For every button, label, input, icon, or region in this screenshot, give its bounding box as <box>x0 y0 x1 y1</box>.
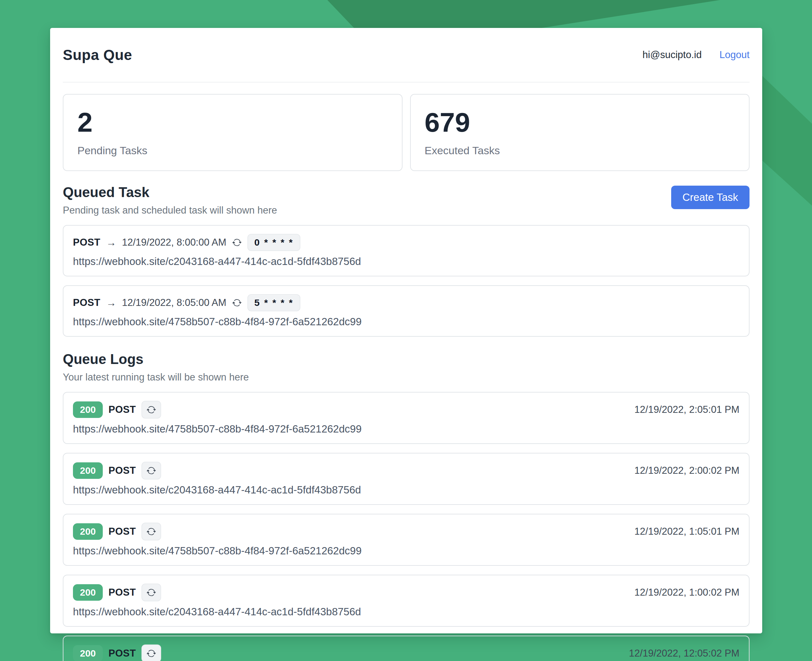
queued-task-heading-block: Queued Task Pending task and scheduled t… <box>63 184 277 216</box>
repeat-chip <box>142 462 161 479</box>
header-right: hi@sucipto.id Logout <box>643 49 750 61</box>
queue-logs-heading-block: Queue Logs Your latest running task will… <box>63 351 249 383</box>
cron-badge: 5 * * * * <box>247 294 301 311</box>
http-method: POST <box>108 526 136 537</box>
queued-task-meta: POST → 12/19/2022, 8:00:00 AM 0 * * * * <box>73 234 739 251</box>
queued-task-title: Queued Task <box>63 184 277 200</box>
status-badge: 200 <box>73 523 103 540</box>
log-row[interactable]: 200 POST 12/19/2022, 2:05:01 PM https://… <box>63 392 750 444</box>
status-badge: 200 <box>73 462 103 479</box>
status-badge: 200 <box>73 645 103 661</box>
stat-card-executed: 679 Executed Tasks <box>410 94 750 171</box>
app-header: Supa Que hi@sucipto.id Logout <box>63 28 750 83</box>
queue-logs-title: Queue Logs <box>63 351 249 367</box>
log-meta: 200 POST 12/19/2022, 2:00:02 PM <box>73 462 739 479</box>
executed-count: 679 <box>425 107 735 137</box>
repeat-chip <box>142 401 161 418</box>
repeat-icon <box>146 527 156 536</box>
http-method: POST <box>108 404 136 415</box>
http-method: POST <box>108 465 136 476</box>
pending-label: Pending Tasks <box>77 144 388 157</box>
executed-timestamp: 12/19/2022, 1:00:02 PM <box>634 587 739 598</box>
queue-log-list: 200 POST 12/19/2022, 2:05:01 PM https://… <box>63 392 750 661</box>
log-url: https://webhook.site/4758b507-c88b-4f84-… <box>73 545 739 557</box>
queued-task-header: Queued Task Pending task and scheduled t… <box>63 184 750 216</box>
log-row[interactable]: 200 POST 12/19/2022, 1:05:01 PM https://… <box>63 514 750 566</box>
arrow-right-icon: → <box>106 237 116 249</box>
task-url: https://webhook.site/c2043168-a447-414c-… <box>73 255 739 268</box>
log-meta: 200 POST 12/19/2022, 1:05:01 PM <box>73 523 739 540</box>
repeat-icon <box>146 648 156 658</box>
create-task-button[interactable]: Create Task <box>671 186 750 209</box>
queued-task-row[interactable]: POST → 12/19/2022, 8:05:00 AM 5 * * * * … <box>63 285 750 337</box>
repeat-chip <box>142 645 161 661</box>
cron-badge: 0 * * * * <box>247 234 301 251</box>
http-method: POST <box>73 237 100 248</box>
app-card: Supa Que hi@sucipto.id Logout 2 Pending … <box>50 28 762 633</box>
http-method: POST <box>108 587 136 598</box>
scheduled-datetime: 12/19/2022, 8:00:00 AM <box>122 237 226 248</box>
queued-task-meta: POST → 12/19/2022, 8:05:00 AM 5 * * * * <box>73 294 739 311</box>
executed-timestamp: 12/19/2022, 2:05:01 PM <box>634 404 739 415</box>
scheduled-datetime: 12/19/2022, 8:05:00 AM <box>122 297 226 308</box>
queued-task-subtitle: Pending task and scheduled task will sho… <box>63 205 277 216</box>
log-row[interactable]: 200 POST 12/19/2022, 1:00:02 PM https://… <box>63 575 750 627</box>
queue-logs-subtitle: Your latest running task will be shown h… <box>63 372 249 383</box>
http-method: POST <box>108 648 136 659</box>
repeat-chip <box>142 584 161 601</box>
queued-task-row[interactable]: POST → 12/19/2022, 8:00:00 AM 0 * * * * … <box>63 225 750 276</box>
queued-task-list: POST → 12/19/2022, 8:00:00 AM 0 * * * * … <box>63 225 750 337</box>
logout-link[interactable]: Logout <box>720 49 750 61</box>
pending-count: 2 <box>77 107 388 137</box>
executed-label: Executed Tasks <box>425 144 735 157</box>
app-title: Supa Que <box>63 46 132 64</box>
log-meta: 200 POST 12/19/2022, 2:05:01 PM <box>73 401 739 418</box>
repeat-icon <box>146 405 156 414</box>
repeat-icon <box>146 588 156 597</box>
log-meta: 200 POST 12/19/2022, 12:05:02 PM <box>73 645 739 661</box>
repeat-icon <box>232 298 242 308</box>
executed-timestamp: 12/19/2022, 1:05:01 PM <box>634 526 739 537</box>
log-url: https://webhook.site/c2043168-a447-414c-… <box>73 606 739 618</box>
queue-logs-header: Queue Logs Your latest running task will… <box>63 351 750 383</box>
stat-card-pending: 2 Pending Tasks <box>63 94 403 171</box>
status-badge: 200 <box>73 401 103 418</box>
stats-row: 2 Pending Tasks 679 Executed Tasks <box>63 94 750 171</box>
http-method: POST <box>73 297 100 308</box>
log-row[interactable]: 200 POST 12/19/2022, 2:00:02 PM https://… <box>63 453 750 505</box>
repeat-icon <box>232 238 242 247</box>
log-row[interactable]: 200 POST 12/19/2022, 12:05:02 PM https:/… <box>63 635 750 661</box>
executed-timestamp: 12/19/2022, 2:00:02 PM <box>634 465 739 476</box>
task-url: https://webhook.site/4758b507-c88b-4f84-… <box>73 316 739 328</box>
log-url: https://webhook.site/c2043168-a447-414c-… <box>73 484 739 496</box>
arrow-right-icon: → <box>106 297 116 309</box>
log-meta: 200 POST 12/19/2022, 1:00:02 PM <box>73 584 739 601</box>
log-url: https://webhook.site/4758b507-c88b-4f84-… <box>73 423 739 435</box>
user-email: hi@sucipto.id <box>643 49 702 61</box>
status-badge: 200 <box>73 584 103 601</box>
repeat-chip <box>142 523 161 540</box>
executed-timestamp: 12/19/2022, 12:05:02 PM <box>629 648 739 659</box>
repeat-icon <box>146 466 156 475</box>
